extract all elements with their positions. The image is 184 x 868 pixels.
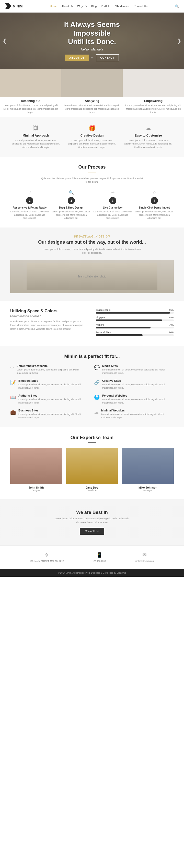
hero-author: Nelson Mandela	[64, 48, 120, 51]
process-step-0: ↗ 1 Responsive & Retina Ready Lorem ipsu…	[10, 190, 49, 220]
perfect-title-2: Bloggers Sites	[19, 379, 90, 382]
perfect-desc-2: Lorem ipsum dolor sit amet, consectetur …	[19, 383, 90, 390]
hero-prev-arrow[interactable]: ❮	[3, 38, 7, 44]
footer-icon-block-0: ✈ 123, MAIN STREET, MELBOURNE	[30, 552, 64, 563]
feature-desc-2: Lorem ipsum dolor sit amet, consectetur …	[123, 139, 174, 149]
progress-label-3: Personal Sites 60%	[96, 331, 174, 334]
process-step-1: 🔍 2 Drag & Drop Design Lorem ipsum dolor…	[52, 190, 91, 220]
team-card-1: John Smith Designer	[10, 448, 62, 492]
process-num-2: 3	[109, 197, 116, 204]
footer-icon-text-2: contact@minim.com	[135, 560, 154, 563]
search-icon[interactable]: 🔍	[175, 4, 179, 8]
perfect-title-5: Personal Websites	[102, 394, 174, 397]
team-role-3: Manager	[122, 489, 174, 492]
hero-next-arrow[interactable]: ❯	[177, 38, 181, 44]
team-role-1: Designer	[10, 489, 62, 492]
perfect-item-5: 🌐 Personal Websites Lorem ipsum dolor si…	[94, 394, 174, 405]
process-steps: ↗ 1 Responsive & Retina Ready Lorem ipsu…	[10, 190, 174, 220]
process-subtitle: Quisque vitae tristique ipsum. Etiam ame…	[41, 177, 143, 184]
process-step-title-0: Responsive & Retina Ready	[10, 206, 49, 209]
process-step-title-2: Live Customizer	[93, 206, 133, 209]
process-icon-2: ✳	[93, 190, 133, 195]
perfect-icon-1: 💬	[94, 365, 100, 370]
dazzling-section: Be Dazzling in Design Our designs are ou…	[0, 227, 184, 301]
team-name-3: Mike Johnson	[122, 486, 174, 489]
image-desc-0: Lorem ipsum dolor sit amet, consectetur …	[0, 104, 61, 117]
logo-icon	[5, 3, 11, 9]
nav-link-portfolio[interactable]: Portfolio	[101, 5, 111, 8]
perfect-desc-5: Lorem ipsum dolor sit amet, consectetur …	[102, 398, 174, 405]
feature-desc-1: Lorem ipsum dolor sit amet, consectetur …	[67, 139, 117, 149]
progress-bar-bg-1	[96, 319, 174, 321]
progress-label-2: Authors 70%	[96, 323, 174, 326]
feature-icon-2: ☁	[123, 125, 174, 132]
image-block-2: EmpoweringLorem ipsum dolor sit amet, co…	[123, 69, 184, 117]
team-photo-3	[122, 448, 174, 484]
nav-link-shortcodes[interactable]: Shortcodes	[115, 5, 130, 8]
footer-icon-2: ✉	[135, 552, 154, 558]
nav-link-contact-us[interactable]: Contact Us	[134, 5, 147, 8]
perfect-item-1: 💬 Media Sites Lorem ipsum dolor sit amet…	[94, 364, 174, 375]
best-in-title: We are Best in	[76, 510, 108, 515]
progress-bar-fill-1	[96, 319, 162, 321]
space-colors-section: Utilizing Space & Colors Display Stunnin…	[0, 301, 184, 346]
contact-us-button[interactable]: Contact Us ›	[80, 528, 104, 535]
team-card-2: Jane Doe Developer	[66, 448, 118, 492]
process-divider	[88, 172, 96, 173]
process-icon-1: 🔍	[52, 190, 91, 195]
image-desc-1: Lorem ipsum dolor sit amet, consectetur …	[61, 104, 123, 117]
image-placeholder-0	[0, 69, 61, 97]
perfect-item-0: ✏ Entrepreneur's website Lorem ipsum dol…	[10, 364, 90, 375]
progress-item-0: Entrepreneurs 95%	[96, 309, 174, 314]
progress-name-0: Entrepreneurs	[96, 309, 110, 311]
perfect-grid: ✏ Entrepreneur's website Lorem ipsum dol…	[10, 364, 174, 420]
progress-bar-bg-0	[96, 312, 174, 314]
perfect-desc-6: Lorem ipsum dolor sit amet, consectetur …	[19, 413, 90, 420]
progress-item-3: Personal Sites 60%	[96, 331, 174, 336]
perfect-title-1: Media Sites	[102, 364, 174, 367]
perfect-content-4: Author's Sites Lorem ipsum dolor sit ame…	[19, 394, 90, 405]
perfect-item-7: ☁ Minimal Websites Lorem ipsum dolor sit…	[94, 409, 174, 420]
nav-link-home[interactable]: Home	[50, 5, 57, 8]
image-placeholder-1	[61, 69, 123, 97]
process-num-0: 1	[26, 197, 33, 204]
perfect-item-4: 📖 Author's Sites Lorem ipsum dolor sit a…	[10, 394, 90, 405]
feature-item-2: ☁ Easy to Customize Lorem ipsum dolor si…	[123, 125, 174, 149]
footer-icon-text-0: 123, MAIN STREET, MELBOURNE	[30, 560, 64, 563]
perfect-icon-0: ✏	[10, 365, 14, 370]
space-left-content: Utilizing Space & Colors Display Stunnin…	[10, 309, 88, 331]
nav-link-why-us[interactable]: Why Us	[77, 5, 87, 8]
progress-bar-fill-2	[96, 327, 150, 329]
image-label-1: Analyzing	[61, 99, 123, 103]
dazzling-subtitle: Be Dazzling in Design	[10, 235, 174, 238]
progress-bar-fill-3	[96, 334, 143, 336]
hero-content: It Always Seems Impossible Until its Don…	[64, 20, 120, 61]
about-us-button[interactable]: ABOUT US	[65, 55, 89, 61]
perfect-desc-4: Lorem ipsum dolor sit amet, consectetur …	[19, 398, 90, 405]
nav-link-blog[interactable]: Blog	[91, 5, 97, 8]
team-photo-2	[66, 448, 118, 484]
perfect-content-7: Minimal Websites Lorem ipsum dolor sit a…	[101, 409, 174, 420]
process-step-3: ☆ 4 Single Click Demo Import Lorem ipsum…	[135, 190, 174, 220]
space-subtitle: Display Stunning Creativity	[10, 314, 88, 317]
nav-link-about-us[interactable]: About Us	[62, 5, 73, 8]
logo[interactable]: MINIM	[5, 3, 23, 9]
feature-title-1: Creative Design	[67, 134, 117, 137]
process-title: Our Process	[10, 164, 174, 170]
process-step-desc-0: Lorem ipsum dolor sit amet, consectetur …	[10, 210, 49, 220]
process-step-title-3: Single Click Demo Import	[135, 206, 174, 209]
image-label-0: Reaching out	[0, 99, 61, 103]
process-icon-0: ↗	[10, 190, 49, 195]
progress-bar-bg-2	[96, 327, 174, 329]
contact-button[interactable]: CONTACT	[96, 54, 119, 61]
team-section: Our Expertise Team John Smith Designer J…	[0, 427, 184, 499]
progress-name-1: Bloggers	[96, 316, 105, 319]
image-label-2: Empowering	[123, 99, 184, 103]
team-photo-1	[10, 448, 62, 484]
image-placeholder-2	[123, 69, 184, 97]
footer-icon-text-1: 123 456 7890	[93, 560, 106, 563]
progress-value-2: 70%	[169, 323, 174, 326]
team-role-2: Developer	[66, 489, 118, 492]
perfect-item-3: 🔗 Creative Sites Lorem ipsum dolor sit a…	[94, 379, 174, 390]
hero-or-text: or	[91, 56, 94, 59]
